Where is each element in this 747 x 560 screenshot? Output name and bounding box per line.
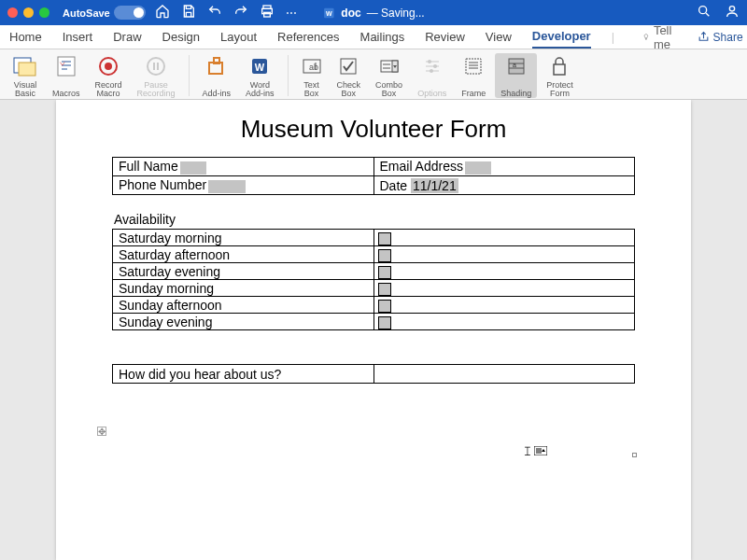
word-addins-button[interactable]: W Word Add-ins: [240, 53, 280, 98]
search-icon[interactable]: [697, 4, 712, 21]
addins-button[interactable]: Add-ins: [197, 53, 237, 98]
tab-home[interactable]: Home: [9, 26, 42, 48]
checkbox-field[interactable]: [378, 316, 391, 329]
svg-point-6: [729, 7, 734, 11]
visual-basic-icon: [13, 53, 37, 79]
svg-rect-41: [554, 64, 565, 75]
availability-row: Sunday afternoon: [113, 297, 635, 314]
title-bar: AutoSave ⋯ W doc — Saving...: [0, 0, 747, 25]
svg-text:ab: ab: [309, 63, 318, 72]
availability-slot-label: Sunday evening: [113, 314, 374, 330]
document-title: W doc — Saving...: [322, 7, 424, 20]
svg-point-31: [433, 64, 437, 68]
availability-checkbox-cell[interactable]: [374, 263, 635, 280]
save-status: — Saving...: [367, 7, 425, 20]
email-cell[interactable]: Email Address: [374, 158, 635, 176]
text-box-button[interactable]: ab Text Box: [296, 53, 328, 98]
word-doc-icon: W: [322, 7, 335, 20]
svg-rect-16: [214, 58, 219, 63]
availability-checkbox-cell[interactable]: [374, 297, 635, 314]
svg-rect-33: [466, 59, 481, 74]
tab-view[interactable]: View: [486, 26, 512, 48]
share-icon: [698, 31, 710, 43]
svg-rect-37: [509, 59, 524, 74]
document-canvas[interactable]: Museum Volunteer Form Full Name Email Ad…: [0, 100, 747, 560]
availability-table: Saturday morningSaturday afternoonSaturd…: [112, 229, 635, 330]
macros-button[interactable]: Macros: [47, 53, 86, 98]
svg-point-5: [699, 7, 707, 14]
date-field[interactable]: 11/1/21: [411, 178, 458, 193]
record-macro-button[interactable]: Record Macro: [90, 53, 128, 98]
svg-rect-13: [153, 63, 155, 70]
availability-row: Saturday afternoon: [113, 246, 635, 263]
tab-developer[interactable]: Developer: [532, 25, 591, 49]
shading-icon: a: [507, 53, 526, 79]
document-page: Museum Volunteer Form Full Name Email Ad…: [56, 100, 691, 560]
availability-slot-label: Sunday afternoon: [113, 297, 374, 314]
text-box-icon: ab: [302, 53, 322, 79]
full-name-field[interactable]: [180, 161, 206, 175]
tab-mailings[interactable]: Mailings: [360, 26, 405, 48]
close-window-icon[interactable]: [7, 7, 18, 18]
availability-checkbox-cell[interactable]: [374, 314, 635, 330]
checkbox-field[interactable]: [378, 232, 391, 245]
print-icon[interactable]: [260, 4, 275, 21]
frame-button[interactable]: Frame: [456, 53, 491, 98]
combo-box-button[interactable]: Combo Box: [370, 53, 408, 98]
minimize-window-icon[interactable]: [23, 7, 34, 18]
tell-me[interactable]: Tell me: [642, 23, 677, 51]
more-icon[interactable]: ⋯: [286, 7, 298, 20]
tab-draw[interactable]: Draw: [113, 26, 141, 48]
checkbox-field[interactable]: [378, 300, 391, 313]
account-icon[interactable]: [725, 4, 740, 21]
email-field[interactable]: [465, 161, 491, 175]
tab-insert[interactable]: Insert: [63, 26, 93, 48]
record-macro-icon: [98, 53, 119, 79]
undo-icon[interactable]: [207, 4, 222, 21]
tab-layout[interactable]: Layout: [220, 26, 257, 48]
checkbox-field[interactable]: [378, 249, 391, 262]
combo-box-icon: [379, 53, 400, 79]
ribbon-toolbar: Visual Basic Macros Record Macro Pause R…: [0, 49, 747, 100]
date-cell[interactable]: Date 11/1/21: [374, 176, 635, 195]
hear-response-cell[interactable]: [374, 365, 635, 384]
shading-button[interactable]: a Shading: [495, 53, 537, 98]
autosave-label: AutoSave: [63, 7, 110, 19]
phone-cell[interactable]: Phone Number: [113, 176, 374, 195]
availability-row: Sunday morning: [113, 280, 635, 297]
svg-text:W: W: [255, 62, 265, 73]
check-box-button[interactable]: Check Box: [331, 53, 367, 98]
tab-design[interactable]: Design: [162, 26, 200, 48]
frame-icon: [464, 53, 483, 79]
addins-icon: [206, 53, 227, 79]
word-addins-icon: W: [249, 53, 270, 79]
availability-checkbox-cell[interactable]: [374, 230, 635, 246]
zoom-window-icon[interactable]: [39, 7, 49, 18]
tab-review[interactable]: Review: [425, 26, 465, 48]
availability-checkbox-cell[interactable]: [374, 280, 635, 297]
redo-icon[interactable]: [233, 4, 248, 21]
availability-row: Saturday evening: [113, 263, 635, 280]
phone-field[interactable]: [208, 180, 246, 193]
home-icon[interactable]: [155, 4, 170, 21]
options-icon: [423, 53, 442, 79]
share-button[interactable]: Share: [698, 31, 743, 44]
visual-basic-button[interactable]: Visual Basic: [7, 53, 43, 98]
table-anchor-icon[interactable]: ✥: [97, 427, 106, 436]
availability-checkbox-cell[interactable]: [374, 246, 635, 263]
window-controls: [7, 7, 49, 18]
svg-rect-14: [157, 63, 159, 70]
checkbox-field[interactable]: [378, 266, 391, 279]
tab-references[interactable]: References: [277, 26, 339, 48]
cursor: 𝙸: [523, 444, 547, 459]
protect-form-button[interactable]: Protect Form: [541, 53, 579, 98]
svg-point-12: [148, 58, 164, 75]
save-icon[interactable]: [181, 4, 196, 21]
hear-about-table: How did you hear about us?: [112, 364, 635, 384]
text-cursor-icon: 𝙸: [523, 444, 532, 459]
table-resize-handle[interactable]: [632, 453, 637, 457]
options-button: Options: [412, 53, 452, 98]
checkbox-field[interactable]: [378, 283, 391, 296]
full-name-cell[interactable]: Full Name: [113, 158, 374, 176]
autosave-toggle[interactable]: [114, 6, 146, 20]
